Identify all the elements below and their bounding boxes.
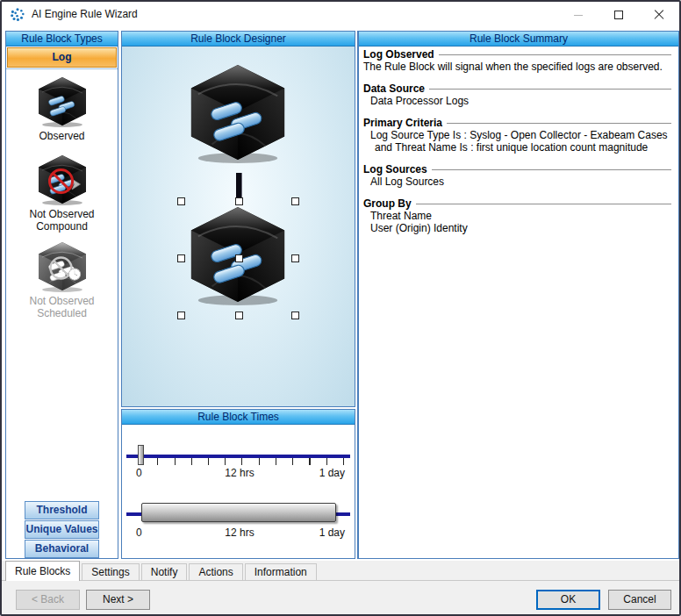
designer-column: Rule Block Designer R [121,31,355,559]
rule-block-designer-canvas[interactable] [122,47,355,406]
maximize-button[interactable] [599,2,639,28]
selection-handle[interactable] [291,312,299,319]
section-line: Data Processor Logs [363,95,673,107]
ai-engine-rule-wizard-window: AI Engine Rule Wizard Rule Block Types L… [0,0,681,616]
slider1-label-1day: 1 day [319,467,345,479]
rule-block-summary-header: Rule Block Summary [359,32,678,47]
type-item-label: Observed [39,130,84,142]
back-button: < Back [16,590,80,610]
close-icon [654,10,664,20]
selection-handle[interactable] [177,254,185,262]
selection-handle[interactable] [235,254,243,262]
tab-actions[interactable]: Actions [189,563,242,581]
logrhythm-logo-icon [10,7,25,23]
log-type-button[interactable]: Log [7,47,117,68]
minimize-icon [574,15,583,16]
tab-notify[interactable]: Notify [141,563,188,581]
close-button[interactable] [639,2,679,28]
selection-handle[interactable] [235,312,243,319]
type-item-observed[interactable]: Observed [35,75,90,142]
rule-block-designer-panel: Rule Block Designer [121,31,355,407]
section-line: The Rule Block will signal when the spec… [363,61,673,73]
section-rule-line [416,204,671,204]
threshold-type-button[interactable]: Threshold [25,501,98,519]
selection-handle[interactable] [291,254,299,262]
rule-block-observed[interactable] [185,61,290,165]
tab-information[interactable]: Information [245,563,317,581]
unique-values-type-button[interactable]: Unique Values [25,520,98,539]
section-line: User (Origin) Identity [363,222,673,234]
rule-block-types-panel: Rule Block Types Log Observed Not Observ… [5,31,118,559]
summary-section-data-source: Data Source Data Processor Logs [363,82,673,107]
rule-block-times-body: 0 12 hrs 1 day 0 12 hrs 1 day [122,425,355,558]
behavioral-type-button[interactable]: Behavioral [25,540,98,558]
minimize-button [558,2,599,28]
type-item-label: Not Observed Scheduled [23,295,102,319]
summary-section-primary-criteria: Primary Criteria Log Source Type Is : Sy… [363,117,673,154]
rule-block-summary-panel: Rule Block Summary Log Observed The Rule… [357,31,679,559]
not-observed-compound-icon [35,154,90,206]
rule-block-times-panel: Rule Block Times 0 12 hrs 1 day 0 12 hrs… [121,409,355,559]
bottom-bar: Rule Blocks Settings Notify Actions Info… [2,561,679,614]
section-line: All Log Sources [363,175,673,188]
wizard-tabstrip: Rule Blocks Settings Notify Actions Info… [5,561,679,581]
rule-block-summary-body: Log Observed The Rule Block will signal … [359,47,678,234]
section-rule-line [432,169,671,170]
observed-cube-icon [35,75,90,128]
maximize-icon [614,11,623,19]
section-title: Data Source [363,82,425,95]
type-item-not-observed-compound[interactable]: Not Observed Compound [23,154,102,233]
rule-block-times-header: Rule Block Times [122,410,355,425]
rule-block-types-header: Rule Block Types [6,32,118,47]
time-slider-handle[interactable] [138,445,144,465]
summary-section-log-sources: Log Sources All Log Sources [363,163,673,188]
section-title: Log Sources [363,163,427,175]
cancel-button[interactable]: Cancel [608,590,671,610]
not-observed-scheduled-icon [35,240,90,293]
titlebar: AI Engine Rule Wizard [2,2,679,28]
section-line: and Threat Name Is : first unique locati… [363,141,673,154]
ok-button[interactable]: OK [536,590,600,610]
summary-section-group-by: Group By Threat Name User (Origin) Ident… [363,197,673,234]
selection-handle[interactable] [177,197,185,205]
observed-cube [185,61,290,165]
type-item-not-observed-scheduled: Not Observed Scheduled [23,240,102,319]
slider1-label-12hrs: 12 hrs [134,467,345,479]
section-line: Log Source Type Is : Syslog - Open Colle… [363,129,673,141]
tab-rule-blocks[interactable]: Rule Blocks [5,561,80,581]
type-item-label: Not Observed Compound [23,208,102,233]
range-slider-bar[interactable] [141,503,336,522]
next-button[interactable]: Next > [86,590,150,610]
section-line: Threat Name [363,210,673,222]
rule-block-type-list: Observed Not Observed Compound [6,68,118,558]
section-title: Group By [363,197,412,210]
summary-section-log-observed: Log Observed The Rule Block will signal … [363,48,673,73]
slider2-label-1day: 1 day [319,526,345,539]
section-title: Log Observed [363,48,434,61]
section-rule-line [447,123,671,124]
selection-handle[interactable] [235,197,243,205]
tab-settings[interactable]: Settings [82,563,139,581]
time-slider-ticks [140,458,344,465]
selection-handle[interactable] [177,312,185,319]
selection-handle[interactable] [291,197,299,205]
section-rule-line [429,89,671,90]
slider2-label-12hrs: 12 hrs [134,526,345,539]
section-rule-line [439,54,671,55]
section-title: Primary Criteria [363,117,442,129]
rule-block-designer-header: Rule Block Designer [122,32,355,47]
window-title: AI Engine Rule Wizard [32,8,138,20]
